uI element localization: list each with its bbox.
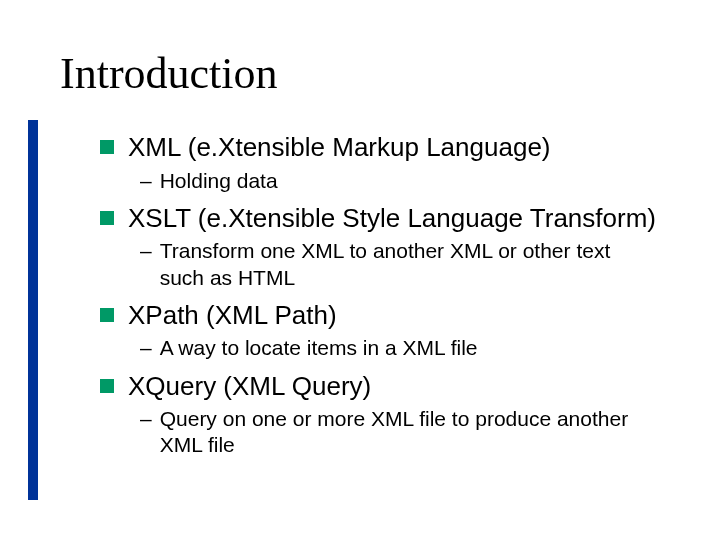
dash-icon: –: [140, 238, 152, 264]
slide: Introduction XML (e.Xtensible Markup Lan…: [0, 0, 720, 540]
list-item: XML (e.Xtensible Markup Language) – Hold…: [100, 131, 660, 194]
dash-icon: –: [140, 406, 152, 432]
list-item: XQuery (XML Query) – Query on one or mor…: [100, 370, 660, 459]
list-item: XSLT (e.Xtensible Style Language Transfo…: [100, 202, 660, 291]
list-item: XPath (XML Path) – A way to locate items…: [100, 299, 660, 362]
bullet-level-2: – Transform one XML to another XML or ot…: [140, 238, 660, 291]
bullet-level-2: – A way to locate items in a XML file: [140, 335, 660, 361]
square-bullet-icon: [100, 308, 114, 322]
bullet-level-1: XSLT (e.Xtensible Style Language Transfo…: [100, 202, 660, 235]
accent-bar: [28, 120, 38, 500]
bullet-label: XML (e.Xtensible Markup Language): [128, 131, 660, 164]
bullet-level-1: XQuery (XML Query): [100, 370, 660, 403]
dash-icon: –: [140, 335, 152, 361]
page-title: Introduction: [60, 40, 660, 99]
bullet-list: XML (e.Xtensible Markup Language) – Hold…: [100, 131, 660, 459]
bullet-label: XSLT (e.Xtensible Style Language Transfo…: [128, 202, 660, 235]
sub-bullet-label: Transform one XML to another XML or othe…: [160, 238, 660, 291]
square-bullet-icon: [100, 211, 114, 225]
sub-bullet-label: Holding data: [160, 168, 660, 194]
sub-bullet-label: Query on one or more XML file to produce…: [160, 406, 660, 459]
bullet-level-1: XPath (XML Path): [100, 299, 660, 332]
bullet-level-2: – Query on one or more XML file to produ…: [140, 406, 660, 459]
bullet-level-1: XML (e.Xtensible Markup Language): [100, 131, 660, 164]
square-bullet-icon: [100, 379, 114, 393]
bullet-level-2: – Holding data: [140, 168, 660, 194]
square-bullet-icon: [100, 140, 114, 154]
dash-icon: –: [140, 168, 152, 194]
sub-bullet-label: A way to locate items in a XML file: [160, 335, 660, 361]
bullet-label: XPath (XML Path): [128, 299, 660, 332]
bullet-label: XQuery (XML Query): [128, 370, 660, 403]
